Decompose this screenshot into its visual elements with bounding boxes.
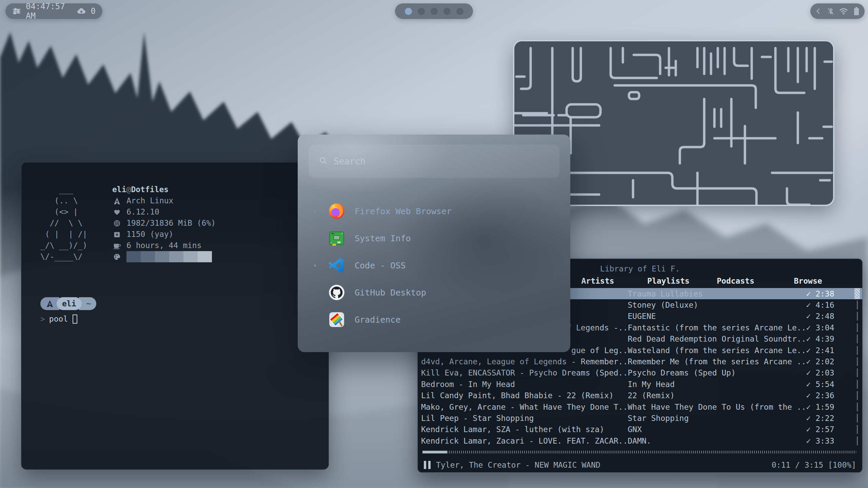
track-time: ✓ 2:22 [806,414,834,423]
track-artist: Kendrick Lamar, Zacari - LOVE. FEAT. ZAC… [421,436,628,445]
track-title: Trauma Lullabies [628,289,806,298]
track-time: ✓ 2:57 [806,425,834,434]
tab-playlists[interactable]: Playlists [647,277,690,285]
fastfetch-info: eli@Dotfiles Arch Linux 6.12.10 1982/318… [112,184,216,262]
code-oss-icon [328,256,346,274]
launcher-item-gradience[interactable]: Gradience [311,307,557,332]
battery-icon[interactable] [853,7,860,16]
track-title: EUGENE [628,312,806,321]
firefox-icon [328,202,346,220]
scrollbar-segment[interactable] [852,333,862,345]
track-title: Remember Me (from the series Arcane .. [628,357,806,366]
now-playing-label: Tyler, The Creator - NEW MAGIC WAND [436,461,600,469]
track-row[interactable]: Mako, Grey, Arcane - What Have They Done… [418,401,862,412]
text-cursor [73,314,77,324]
search-icon [319,156,328,166]
scrollbar-segment[interactable] [852,345,862,356]
scrollbar-segment[interactable] [852,311,862,322]
track-row[interactable]: Kill Eva, ENCASSATOR - Psycho Dreams (Sp… [418,367,862,379]
scrollbar-segment[interactable] [852,367,862,379]
scrollbar-segment[interactable] [852,435,862,446]
track-artist: d4vd, Arcane, League of Legends - Rememb… [421,357,628,366]
launcher-item-label: Gradience [355,315,400,325]
track-title: Wasteland (from the series Arcane Le.. [628,346,806,355]
track-title: Star Shopping [628,414,806,423]
palette-icon [112,253,122,261]
now-playing-bar: Tyler, The Creator - NEW MAGIC WAND 0:11… [424,458,856,472]
system-info-icon [328,229,346,247]
launcher-item-firefox[interactable]: ▾ Firefox Web Browser [311,198,557,224]
scrollbar-segment[interactable] [852,356,862,367]
track-row[interactable]: Bedroom - In My Head In My Head ✓ 5:54 [418,379,862,390]
workspace-dot-3[interactable] [431,8,438,15]
scrollbar-segment[interactable] [852,299,862,310]
sliders-icon [12,7,21,16]
scrollbar-segment[interactable] [852,322,862,333]
launcher-item-label: Firefox Web Browser [355,206,452,216]
track-row[interactable]: d4vd, Arcane, League of Legends - Rememb… [418,356,862,367]
tab-podcasts[interactable]: Podcasts [717,277,754,285]
launcher-item-github-desktop[interactable]: GitHub Desktop [311,280,557,305]
launcher-item-system-info[interactable]: System Info [311,225,557,251]
prompt-user: eli [57,297,82,310]
shell-prompt: eli ~ [40,297,96,310]
kernel-icon [112,208,122,216]
track-title: In My Head [628,380,806,389]
clock-label: 04:47:57 AM [26,2,72,21]
track-title: 22 (Remix) [628,391,806,400]
track-artist: Lil Peep - Star Shopping [421,414,628,423]
system-tray[interactable] [810,3,865,19]
search-bar[interactable] [309,145,559,178]
track-time: ✓ 2:48 [806,312,834,321]
track-time: ✓ 2:41 [806,346,834,355]
tab-artists[interactable]: Artists [581,277,614,285]
search-input[interactable] [334,156,549,166]
track-time: ✓ 2:36 [806,391,834,400]
launcher-item-code-oss[interactable]: ▾ Code - OSS [311,252,557,278]
seek-bar[interactable] [422,451,856,453]
workspace-dot-5[interactable] [456,8,463,15]
scrollbar-segment[interactable] [852,390,862,401]
command-input[interactable]: > pool [40,313,77,325]
host-title: eli@Dotfiles [112,184,169,195]
scrollbar-segment[interactable] [852,424,862,435]
track-row[interactable]: Kendrick Lamar, Zacari - LOVE. FEAT. ZAC… [418,435,862,446]
track-title: Fantastic (from the series Arcane Le.. [628,323,806,332]
workspace-dot-4[interactable] [443,8,451,15]
scrollbar-segment[interactable] [852,379,862,390]
os-label: Arch Linux [126,195,173,206]
track-title: Red Dead Redemption Original Soundtr.. [628,334,806,343]
bluetooth-off-icon[interactable] [827,7,835,15]
track-time: ✓ 2:03 [806,368,834,377]
track-row[interactable]: Lil Candy Paint, Bhad Bhabie - 22 (Remix… [418,390,862,401]
playback-time: 0:11 / 3:15 [100%] [772,461,856,469]
tab-browse[interactable]: Browse [794,277,822,285]
track-time: ✓ 2:38 [806,289,834,298]
workspace-dot-2[interactable] [418,8,425,15]
scrollbar-segment[interactable] [852,412,862,424]
track-title: Stoney (Deluxe) [628,301,806,309]
typed-command: pool [49,313,68,325]
scrollbar-segment[interactable] [852,401,862,412]
pause-icon[interactable] [424,461,431,469]
packages-label: 1150 (yay) [126,229,173,240]
chevron-down-icon[interactable]: ▾ [311,207,319,215]
status-widget-clock[interactable]: 04:47:57 AM 0 [5,3,102,19]
track-title: What Have They Done To Us (from the .. [628,403,806,411]
chevron-down-icon[interactable]: ▾ [311,261,319,269]
launcher-item-label: System Info [355,233,411,243]
terminal-color-palette [126,251,212,262]
track-time: ✓ 2:02 [806,357,834,366]
chevron-left-icon[interactable] [815,7,822,15]
wifi-icon[interactable] [839,6,848,16]
workspace-dot-1[interactable] [405,8,412,15]
scrollbar-segment[interactable] [852,288,862,299]
memory-icon [112,220,122,227]
track-time: ✓ 5:54 [806,380,834,389]
prompt-chevron: > [40,313,45,325]
track-row[interactable]: Kendrick Lamar, SZA - luther (with sza) … [418,424,862,435]
launcher-item-label: GitHub Desktop [355,288,426,298]
track-time: ✓ 3:33 [806,436,834,445]
track-row[interactable]: Lil Peep - Star Shopping Star Shopping ✓… [418,412,862,424]
workspace-switcher [395,3,473,19]
